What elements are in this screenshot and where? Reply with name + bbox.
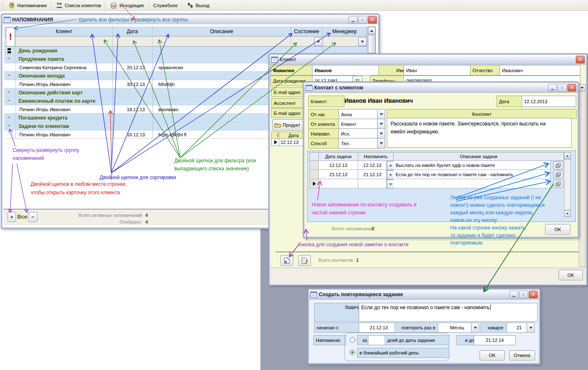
method-field[interactable]: Тел. <box>339 138 382 149</box>
task-remind-cell[interactable]: 12.12.13 <box>358 161 387 170</box>
column-header-state[interactable]: Состояние <box>291 26 323 36</box>
mini-row-marker-cell[interactable] <box>271 138 280 146</box>
menu-item-reminders[interactable]: Напоминания <box>7 1 48 10</box>
group-toggle[interactable]: − <box>4 114 16 122</box>
close-button[interactable]: ✕ <box>368 16 377 23</box>
minimize-button[interactable]: ▁ <box>509 291 518 298</box>
group-toggle[interactable] <box>4 47 16 55</box>
make-recurring-button[interactable] <box>553 180 563 188</box>
task-column-description[interactable]: Описание задачи <box>394 152 564 161</box>
task-desc-cell[interactable]: Выслать на емейл буклет пдф о новом паке… <box>394 161 551 170</box>
method-dropdown[interactable] <box>377 138 385 149</box>
contact-ok-button[interactable]: OK <box>545 224 570 235</box>
filter-cell-description[interactable] <box>152 36 291 47</box>
collapse-marker[interactable]: − <box>8 73 10 78</box>
collapse-marker[interactable]: − <box>8 115 10 120</box>
column-header-date[interactable]: Дата <box>113 26 152 36</box>
task-remind-dropdown[interactable] <box>387 180 394 189</box>
from-us-dropdown[interactable] <box>377 109 385 120</box>
until-field[interactable]: 21.12.14 <box>474 335 516 345</box>
edit-contact-note-button[interactable] <box>298 255 311 266</box>
task-date-cell[interactable] <box>319 179 358 188</box>
task-column-remind[interactable]: Напомнить <box>358 152 394 161</box>
filter-cell-client[interactable] <box>16 36 113 47</box>
column-header-description[interactable]: Описание <box>152 26 291 36</box>
task-remind-cell[interactable]: 21.12.13 <box>358 170 387 179</box>
maximize-button[interactable]: □ <box>358 16 367 23</box>
direction-dropdown[interactable] <box>377 128 385 139</box>
repeat-dropdown[interactable] <box>471 323 479 333</box>
minimize-button[interactable]: ▁ <box>349 16 357 23</box>
collapse-all-button[interactable]: − <box>28 212 37 222</box>
minimize-button[interactable]: ▁ <box>548 84 557 91</box>
from-client-dropdown[interactable] <box>377 119 385 129</box>
group-toggle[interactable]: − <box>4 72 16 80</box>
collapse-marker[interactable]: − <box>8 123 10 128</box>
repeat-combo[interactable]: Месяц <box>438 323 476 333</box>
make-recurring-button[interactable] <box>553 162 563 169</box>
menubar-grip[interactable] <box>2 2 3 9</box>
task-scroll-down[interactable] <box>564 210 571 217</box>
menu-item-service[interactable]: Служебное <box>152 2 179 9</box>
menu-item-outgoing[interactable]: Исходящие <box>108 1 145 10</box>
task-remind-cell[interactable] <box>358 179 387 188</box>
task-row-gutter[interactable] <box>310 170 319 179</box>
close-button[interactable]: ✕ <box>529 291 538 298</box>
mini-date-cell[interactable]: 12.12.13 <box>279 138 307 146</box>
maximize-button[interactable]: □ <box>519 291 528 298</box>
task-row-gutter[interactable] <box>310 161 319 170</box>
make-recurring-button[interactable] <box>553 171 563 179</box>
task-remind-dropdown[interactable] <box>387 170 394 180</box>
workday-radio[interactable] <box>349 349 355 355</box>
new-contact-note-button[interactable] <box>281 255 293 266</box>
collapse-marker[interactable]: − <box>8 89 10 94</box>
close-button[interactable]: ✕ <box>576 56 585 63</box>
patronymic-field[interactable]: Иванович <box>499 65 580 76</box>
from-us-field[interactable]: Анна <box>339 109 382 120</box>
collapse-marker[interactable]: − <box>8 98 10 103</box>
workday-option-label[interactable]: в ближайший рабочий день <box>357 348 449 358</box>
group-toggle[interactable]: − <box>4 97 16 105</box>
group-toggle[interactable]: − <box>4 122 16 130</box>
close-button[interactable]: ✕ <box>567 84 576 91</box>
manager-filter-dropdown[interactable] <box>358 37 367 46</box>
reminders-titlebar[interactable]: НАПОМИНАНИЯ ▁ □ ✕ <box>3 15 378 25</box>
days-before-radio[interactable] <box>349 337 355 343</box>
from-client-field[interactable]: Клиент <box>339 119 382 129</box>
task-date-cell[interactable]: 21.12.13 <box>319 170 358 179</box>
state-filter-dropdown[interactable] <box>314 37 323 46</box>
task-field[interactable]: Если до тех пор не позвонил о пакете сам… <box>359 303 538 322</box>
name-field[interactable]: Иван <box>404 65 474 76</box>
task-column-date[interactable]: Дата задачи <box>319 152 358 161</box>
client-ok-button[interactable]: OK <box>559 270 583 280</box>
alert-filter-button[interactable]: ! <box>6 27 15 47</box>
task-desc-cell[interactable]: Если до тех пор не позвонил о пакете сам… <box>394 170 551 179</box>
scroll-thumb[interactable] <box>368 35 375 53</box>
product-button[interactable]: Продукт <box>272 119 307 130</box>
start-field[interactable]: 21.12.13 <box>359 323 399 333</box>
direction-field[interactable]: Исх. <box>339 128 382 139</box>
contact-date-field[interactable]: 12.12.2013 <box>522 96 576 107</box>
client-scrollbar-track[interactable] <box>579 91 585 267</box>
expand-all-button[interactable]: + <box>8 212 16 222</box>
task-date-cell[interactable]: 12.12.13 <box>319 161 358 170</box>
collapse-marker[interactable]: − <box>8 56 10 61</box>
recurring-cancel-button[interactable]: Отмена <box>509 350 535 360</box>
recurring-titlebar[interactable]: Создать повторяющееся задание ▁ □ ✕ <box>309 290 539 300</box>
client-scroll-down-button[interactable] <box>579 84 585 91</box>
task-new-row-marker[interactable] <box>310 179 319 188</box>
scroll-up-button[interactable] <box>368 27 375 34</box>
surname-field[interactable]: Иванов <box>312 65 383 76</box>
task-scrollbar[interactable] <box>564 159 571 210</box>
task-scroll-up[interactable] <box>564 152 571 159</box>
contact-titlebar[interactable]: Контакт с клиентом ▁ □ ✕ <box>304 83 578 93</box>
task-desc-cell[interactable] <box>394 179 551 188</box>
group-toggle[interactable]: − <box>4 89 16 96</box>
maximize-button[interactable]: □ <box>558 84 567 91</box>
client-titlebar[interactable]: Клиент ✕ <box>270 55 586 65</box>
summary-textarea[interactable]: Рассказала о новом пакете. Заинтересовал… <box>387 118 572 148</box>
filter-cell-date[interactable] <box>113 36 152 47</box>
group-toggle[interactable]: − <box>4 55 16 63</box>
task-remind-dropdown[interactable] <box>387 161 394 170</box>
column-header-manager[interactable]: Менеджер <box>323 26 367 36</box>
